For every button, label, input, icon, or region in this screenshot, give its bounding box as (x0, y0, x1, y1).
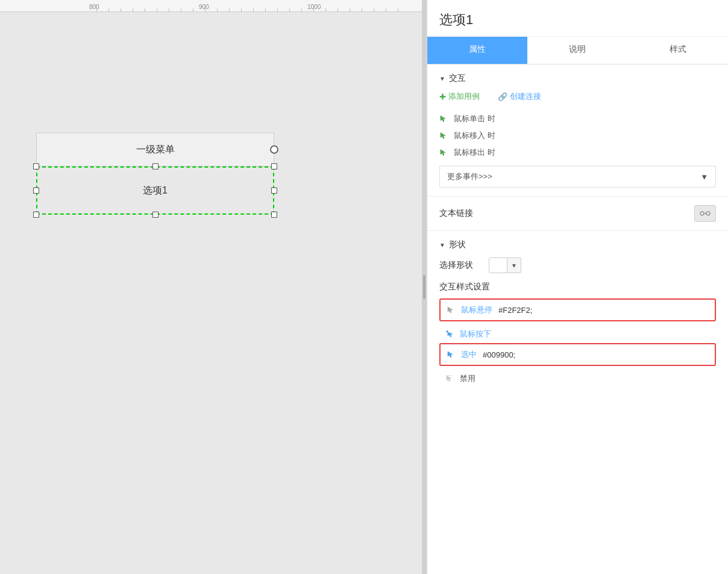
svg-point-3 (446, 375, 447, 376)
menu-widget[interactable]: 一级菜单 选项1 (36, 133, 274, 215)
svg-rect-1 (706, 212, 710, 215)
add-use-case-button[interactable]: ✚ 添加用例 (439, 91, 480, 102)
ruler-mark-900: 900 (199, 4, 209, 10)
link-icon: 🔗 (498, 92, 507, 101)
right-panel: 选项1 属性 说明 样式 ▼ 交互 ✚ 添加用例 🔗 创建连接 鼠标单击 时 (427, 0, 728, 574)
ruler-mark-800: 800 (89, 4, 99, 10)
shape-header: ▼ 形状 (439, 239, 716, 250)
handle-top-right[interactable] (271, 163, 277, 169)
cursor-selected-icon (447, 350, 455, 359)
ruler-top: 800 900 1000 (0, 0, 427, 12)
tab-description[interactable]: 说明 (527, 37, 627, 64)
event-mouseout-label: 鼠标移出 时 (454, 147, 495, 158)
cursor-mousein-icon (439, 131, 448, 140)
handle-top-mid[interactable] (152, 163, 158, 169)
cursor-mouseout-icon (439, 148, 448, 157)
shape-select-label: 选择形状 (439, 260, 482, 271)
shape-chevron-icon: ▼ (439, 242, 445, 248)
menu-connector-dot (270, 145, 278, 154)
canvas-divider[interactable] (422, 0, 427, 574)
create-link-button[interactable]: 🔗 创建连接 (498, 91, 541, 102)
plus-icon: ✚ (439, 92, 446, 101)
text-link-section: 文本链接 (427, 197, 728, 231)
panel-title: 选项1 (427, 0, 728, 37)
text-link-label: 文本链接 (439, 208, 473, 219)
shape-preview (489, 258, 507, 273)
handle-bot-left[interactable] (33, 212, 39, 218)
menu-parent-text: 一级菜单 (136, 144, 175, 156)
style-row-hover[interactable]: 鼠标悬停 #F2F2F2; (439, 298, 716, 321)
svg-rect-0 (700, 212, 704, 215)
handle-bot-mid[interactable] (152, 212, 158, 218)
selected-state-link[interactable]: 选中 (461, 349, 477, 360)
cursor-click-icon (439, 115, 448, 123)
menu-item-selected[interactable]: 选项1 (36, 166, 274, 215)
interaction-label: 交互 (449, 73, 466, 84)
interaction-header: ▼ 交互 (439, 73, 716, 84)
tab-properties[interactable]: 属性 (427, 37, 527, 64)
more-events-label: 更多事件>>> (447, 171, 492, 182)
chain-link-icon (700, 209, 711, 218)
style-row-mousedown[interactable]: 鼠标按下 (439, 325, 716, 343)
canvas-area[interactable]: 800 900 1000 一级 (0, 0, 427, 574)
divider-grip (423, 275, 425, 299)
disabled-state-label: 禁用 (460, 373, 475, 384)
shape-header-label: 形状 (449, 239, 466, 250)
event-row-mousein[interactable]: 鼠标移入 时 (439, 127, 716, 144)
event-row-click[interactable]: 鼠标单击 时 (439, 110, 716, 127)
svg-point-5 (451, 375, 452, 376)
chevron-down-icon: ▼ (439, 75, 445, 82)
event-row-mouseout[interactable]: 鼠标移出 时 (439, 144, 716, 161)
interaction-buttons: ✚ 添加用例 🔗 创建连接 (439, 91, 716, 102)
cursor-disabled-icon (445, 374, 454, 383)
text-link-button[interactable] (694, 205, 716, 222)
hover-state-link[interactable]: 鼠标悬停 (461, 304, 492, 315)
dropdown-arrow-icon: ▼ (700, 172, 708, 181)
selection-dashed-border (36, 166, 274, 215)
cursor-mousedown-icon (445, 330, 454, 338)
create-link-label: 创建连接 (510, 91, 541, 102)
add-use-case-label: 添加用例 (448, 91, 480, 102)
more-events-select[interactable]: 更多事件>>> ▼ (439, 166, 716, 188)
cursor-hover-icon (447, 306, 455, 314)
style-row-selected[interactable]: 选中 #009900; (439, 343, 716, 366)
canvas-content: 一级菜单 选项1 (0, 12, 427, 574)
style-row-disabled[interactable]: 禁用 (439, 370, 716, 388)
mousedown-state-link[interactable]: 鼠标按下 (460, 329, 491, 339)
handle-mid-left[interactable] (33, 188, 39, 194)
shape-row: 选择形状 ▼ (439, 257, 716, 273)
event-mousein-label: 鼠标移入 时 (454, 130, 495, 141)
interaction-style-label: 交互样式设置 (439, 282, 716, 292)
tabs-row: 属性 说明 样式 (427, 37, 728, 65)
interaction-section: ▼ 交互 ✚ 添加用例 🔗 创建连接 鼠标单击 时 鼠标移入 时 (427, 65, 728, 197)
handle-top-left[interactable] (33, 163, 39, 169)
tab-style[interactable]: 样式 (628, 37, 728, 64)
selected-state-value: #009900; (483, 350, 515, 359)
ruler-mark-1000: 1000 (307, 4, 321, 10)
shape-section: ▼ 形状 选择形状 ▼ 交互样式设置 鼠标悬停 #F2F2F2; 鼠标按下 (427, 231, 728, 396)
event-click-label: 鼠标单击 时 (454, 113, 495, 124)
menu-parent-item[interactable]: 一级菜单 (36, 133, 274, 166)
hover-state-value: #F2F2F2; (498, 306, 532, 315)
shape-dropdown-button[interactable]: ▼ (507, 258, 521, 273)
shape-selector[interactable]: ▼ (489, 257, 521, 273)
svg-point-4 (448, 375, 450, 376)
handle-mid-right[interactable] (271, 188, 277, 194)
handle-bot-right[interactable] (271, 212, 277, 218)
